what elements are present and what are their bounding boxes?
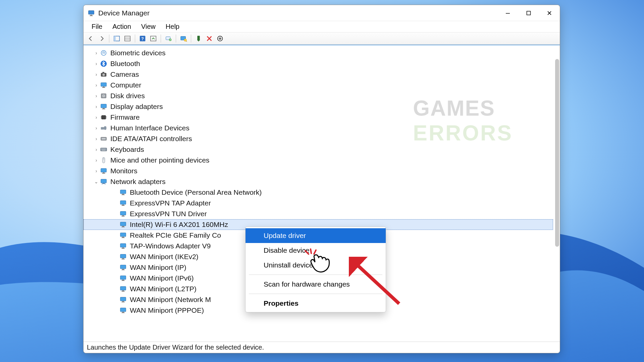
expander-icon[interactable]: ⌄	[93, 179, 100, 184]
svg-rect-68	[120, 222, 126, 226]
svg-point-20	[101, 51, 106, 56]
close-button[interactable]	[539, 5, 560, 21]
tree-device-label: WAN Miniport (IKEv2)	[130, 253, 199, 261]
tree-category[interactable]: ›Bluetooth	[84, 58, 553, 69]
window-controls	[497, 5, 560, 21]
expander-icon[interactable]: ›	[93, 136, 100, 141]
tree-category[interactable]: ›Keyboards	[84, 144, 553, 155]
tree-category[interactable]: ›Biometric devices	[84, 48, 553, 58]
expander-icon[interactable]: ›	[93, 61, 100, 66]
disable-device-button[interactable]	[204, 34, 215, 43]
tree-category-label: Computer	[110, 81, 141, 89]
uninstall-device-button[interactable]	[215, 34, 225, 43]
expander-icon[interactable]: ›	[93, 50, 100, 56]
tree-category-label: Firmware	[110, 113, 140, 121]
svg-rect-62	[120, 201, 126, 204]
toolbar-separator	[191, 35, 191, 43]
tree-device-label: WAN Miniport (Network M	[130, 296, 211, 304]
svg-rect-88	[121, 291, 124, 291]
net-device-icon	[119, 221, 127, 229]
enable-device-button[interactable]	[193, 34, 204, 43]
svg-rect-46	[101, 148, 102, 149]
expander-icon[interactable]: ›	[93, 147, 100, 152]
menu-view[interactable]: View	[137, 21, 160, 32]
tree-category[interactable]: ›Computer	[84, 80, 553, 90]
maximize-button[interactable]	[518, 5, 539, 21]
svg-rect-83	[120, 276, 126, 280]
toolbar-separator	[135, 35, 135, 43]
statusbar-text: Launches the Update Driver Wizard for th…	[87, 344, 264, 351]
tree-category[interactable]: ›IDE ATA/ATAPI controllers	[84, 133, 553, 144]
scan-hardware-button[interactable]	[178, 34, 189, 43]
console-tree-button[interactable]	[111, 34, 122, 43]
svg-rect-6	[114, 36, 116, 41]
menu-action[interactable]: Action	[108, 21, 136, 32]
camera-icon	[100, 70, 108, 78]
tree-category-label: IDE ATA/ATAPI controllers	[110, 135, 192, 143]
refresh-button[interactable]	[148, 34, 159, 43]
svg-rect-44	[102, 138, 106, 139]
menu-help[interactable]: Help	[161, 21, 184, 32]
svg-text:?: ?	[141, 36, 144, 41]
svg-rect-54	[101, 169, 107, 172]
tree-category[interactable]: ›Cameras	[84, 69, 553, 80]
expander-icon[interactable]: ›	[93, 93, 100, 99]
tree-category-label: Mice and other pointing devices	[110, 156, 209, 164]
svg-rect-75	[122, 248, 124, 248]
expander-icon[interactable]: ›	[93, 125, 100, 131]
tree-category-label: Bluetooth	[110, 60, 140, 68]
help-button[interactable]: ?	[137, 34, 148, 43]
minimize-button[interactable]	[497, 5, 518, 21]
nav-forward-button[interactable]	[96, 34, 107, 43]
svg-rect-48	[103, 148, 104, 149]
tree-device[interactable]: ExpressVPN TAP Adapter	[84, 198, 553, 208]
svg-rect-76	[121, 248, 124, 248]
context-menu-item[interactable]: Scan for hardware changes	[246, 277, 386, 292]
tree-category[interactable]: ›Human Interface Devices	[84, 123, 553, 133]
disk-icon	[100, 92, 108, 100]
expander-icon[interactable]: ›	[93, 168, 100, 174]
tree-category-label: Cameras	[110, 70, 139, 78]
context-menu-item[interactable]: Disable device	[246, 243, 386, 258]
context-menu: Update driverDisable deviceUninstall dev…	[245, 227, 386, 312]
nav-back-button[interactable]	[86, 34, 96, 43]
tree-category-label: Display adapters	[110, 103, 163, 111]
net-device-icon	[119, 188, 127, 196]
svg-rect-26	[103, 87, 105, 87]
tree-category[interactable]: ›Mice and other pointing devices	[84, 155, 553, 166]
svg-rect-27	[102, 87, 105, 87]
update-driver-button[interactable]	[163, 34, 174, 43]
tree-category[interactable]: ›Monitors	[84, 166, 553, 176]
svg-rect-41	[101, 127, 104, 129]
expander-icon[interactable]: ›	[93, 72, 100, 77]
fingerprint-icon	[100, 49, 108, 57]
tree-device-label: WAN Miniport (IPv6)	[130, 274, 194, 282]
net-device-icon	[119, 253, 127, 261]
expander-icon[interactable]: ›	[93, 104, 100, 109]
svg-rect-67	[121, 216, 124, 216]
context-menu-item[interactable]: Uninstall device	[246, 258, 386, 273]
svg-rect-73	[121, 237, 124, 238]
tree-category[interactable]: ⌄Network adapters	[84, 176, 553, 187]
monitor-icon	[100, 81, 108, 89]
menu-file[interactable]: File	[87, 21, 107, 32]
tree-category[interactable]: ›Disk drives	[84, 90, 553, 101]
svg-rect-78	[122, 258, 124, 259]
tree-category[interactable]: ›Display adapters	[84, 101, 553, 112]
expander-icon[interactable]: ›	[93, 158, 100, 163]
expander-icon[interactable]: ›	[93, 82, 100, 88]
statusbar: Launches the Update Driver Wizard for th…	[84, 342, 560, 353]
svg-rect-25	[101, 83, 107, 86]
device-manager-window: Device Manager File Action View Help ?	[83, 5, 560, 353]
tree-device[interactable]: ExpressVPN TUN Driver	[84, 208, 553, 219]
expander-icon[interactable]: ›	[93, 115, 100, 120]
context-menu-item[interactable]: Update driver	[246, 228, 386, 243]
context-menu-item[interactable]: Properties	[246, 296, 386, 311]
scrollbar-thumb[interactable]	[555, 59, 559, 247]
properties-pane-button[interactable]	[122, 34, 133, 43]
tree-device[interactable]: Bluetooth Device (Personal Area Network)	[84, 187, 553, 198]
context-menu-divider	[249, 275, 382, 275]
tree-category[interactable]: ›Firmware	[84, 112, 553, 123]
tree-device-label: WAN Miniport (PPPOE)	[130, 306, 204, 314]
svg-rect-45	[101, 148, 107, 151]
